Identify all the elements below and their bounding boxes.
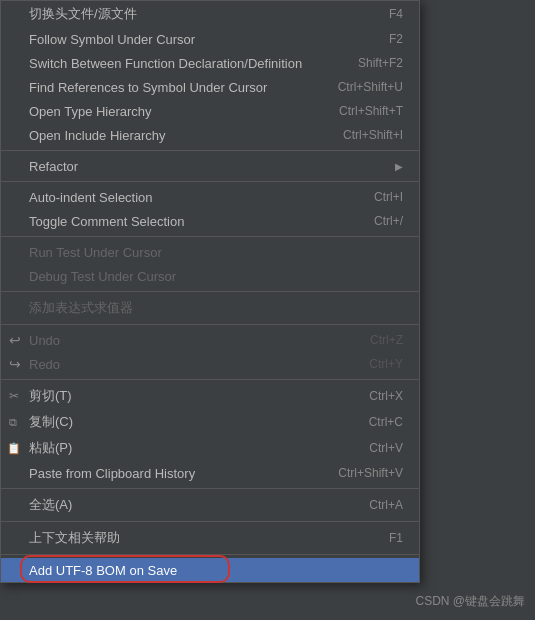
separator-after-toggle-comment [1,236,419,237]
separator-after-paste-clipboard [1,488,419,489]
menu-item-label-paste-clipboard: Paste from Clipboard History [29,466,298,481]
menu-item-shortcut-undo: Ctrl+Z [370,333,403,347]
menu-item-shortcut-cut: Ctrl+X [369,389,403,403]
menu-item-debug-test: Debug Test Under Cursor [1,264,419,288]
separator-after-select-all [1,521,419,522]
menu-item-label-open-type-hierarchy: Open Type Hierarchy [29,104,299,119]
menu-item-switch-header[interactable]: 切换头文件/源文件F4 [1,1,419,27]
watermark-text: CSDN @键盘会跳舞 [415,593,525,610]
separator-after-open-include-hierarchy [1,150,419,151]
menu-item-label-cut: 剪切(T) [29,387,329,405]
menu-item-undo: UndoCtrl+Z [1,328,419,352]
menu-item-shortcut-open-type-hierarchy: Ctrl+Shift+T [339,104,403,118]
menu-item-label-run-test: Run Test Under Cursor [29,245,403,260]
menu-item-label-undo: Undo [29,333,330,348]
menu-item-open-include-hierarchy[interactable]: Open Include HierarchyCtrl+Shift+I [1,123,419,147]
menu-item-shortcut-find-references: Ctrl+Shift+U [338,80,403,94]
menu-item-redo: RedoCtrl+Y [1,352,419,376]
menu-item-add-expression: 添加表达式求值器 [1,295,419,321]
menu-item-shortcut-follow-symbol: F2 [389,32,403,46]
menu-item-shortcut-paste-clipboard: Ctrl+Shift+V [338,466,403,480]
separator-after-refactor [1,181,419,182]
menu-item-label-paste: 粘贴(P) [29,439,329,457]
menu-item-label-follow-symbol: Follow Symbol Under Cursor [29,32,349,47]
menu-item-shortcut-switch-decl-def: Shift+F2 [358,56,403,70]
menu-item-paste[interactable]: 粘贴(P)Ctrl+V [1,435,419,461]
menu-item-label-copy: 复制(C) [29,413,329,431]
menu-item-shortcut-auto-indent: Ctrl+I [374,190,403,204]
menu-item-label-auto-indent: Auto-indent Selection [29,190,334,205]
menu-item-label-select-all: 全选(A) [29,496,329,514]
menu-item-shortcut-paste: Ctrl+V [369,441,403,455]
menu-item-refactor[interactable]: Refactor [1,154,419,178]
menu-item-shortcut-toggle-comment: Ctrl+/ [374,214,403,228]
menu-item-select-all[interactable]: 全选(A)Ctrl+A [1,492,419,518]
menu-item-auto-indent[interactable]: Auto-indent SelectionCtrl+I [1,185,419,209]
separator-after-debug-test [1,291,419,292]
context-menu: 切换头文件/源文件F4Follow Symbol Under CursorF2S… [0,0,420,583]
menu-item-run-test: Run Test Under Cursor [1,240,419,264]
menu-item-paste-clipboard[interactable]: Paste from Clipboard HistoryCtrl+Shift+V [1,461,419,485]
menu-item-label-add-utf8-bom: Add UTF-8 BOM on Save [29,563,403,578]
separator-after-add-expression [1,324,419,325]
menu-item-label-context-help: 上下文相关帮助 [29,529,349,547]
menu-item-shortcut-redo: Ctrl+Y [369,357,403,371]
menu-item-label-switch-decl-def: Switch Between Function Declaration/Defi… [29,56,318,71]
separator-after-context-help [1,554,419,555]
menu-item-shortcut-select-all: Ctrl+A [369,498,403,512]
menu-item-label-open-include-hierarchy: Open Include Hierarchy [29,128,303,143]
menu-item-open-type-hierarchy[interactable]: Open Type HierarchyCtrl+Shift+T [1,99,419,123]
menu-item-find-references[interactable]: Find References to Symbol Under CursorCt… [1,75,419,99]
menu-item-label-add-expression: 添加表达式求值器 [29,299,403,317]
menu-item-shortcut-switch-header: F4 [389,7,403,21]
menu-item-label-redo: Redo [29,357,329,372]
menu-item-label-refactor: Refactor [29,159,390,174]
menu-item-follow-symbol[interactable]: Follow Symbol Under CursorF2 [1,27,419,51]
menu-item-label-switch-header: 切换头文件/源文件 [29,5,349,23]
separator-after-redo [1,379,419,380]
menu-item-label-toggle-comment: Toggle Comment Selection [29,214,334,229]
menu-item-copy[interactable]: 复制(C)Ctrl+C [1,409,419,435]
menu-item-cut[interactable]: 剪切(T)Ctrl+X [1,383,419,409]
menu-item-shortcut-context-help: F1 [389,531,403,545]
menu-item-add-utf8-bom[interactable]: Add UTF-8 BOM on Save [1,558,419,582]
menu-item-switch-decl-def[interactable]: Switch Between Function Declaration/Defi… [1,51,419,75]
menu-item-label-find-references: Find References to Symbol Under Cursor [29,80,298,95]
menu-item-toggle-comment[interactable]: Toggle Comment SelectionCtrl+/ [1,209,419,233]
menu-item-shortcut-open-include-hierarchy: Ctrl+Shift+I [343,128,403,142]
menu-item-label-debug-test: Debug Test Under Cursor [29,269,403,284]
menu-item-shortcut-copy: Ctrl+C [369,415,403,429]
menu-item-context-help[interactable]: 上下文相关帮助F1 [1,525,419,551]
